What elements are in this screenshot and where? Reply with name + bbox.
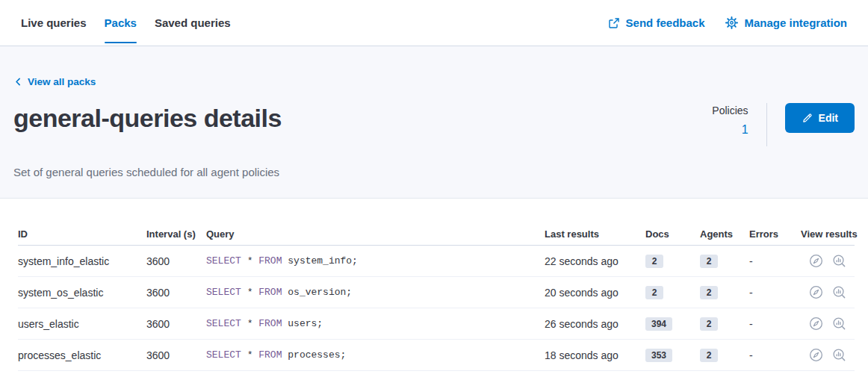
tab-saved-queries[interactable]: Saved queries	[155, 0, 231, 46]
sql-table-name: users;	[288, 318, 323, 329]
sql-table-name: processes;	[288, 349, 346, 361]
last-results-cell: 22 seconds ago	[545, 255, 645, 267]
view-in-lens-button[interactable]	[832, 317, 846, 331]
agents-count-badge: 2	[700, 255, 718, 268]
lens-magnifier-icon	[832, 285, 846, 299]
interval-cell: 3600	[146, 287, 206, 299]
last-results-cell: 18 seconds ago	[545, 349, 645, 361]
edit-button[interactable]: Edit	[785, 103, 855, 133]
policies-label: Policies	[712, 105, 748, 116]
view-in-discover-button[interactable]	[809, 317, 823, 331]
page-header: View all packs general-queries details P…	[0, 46, 868, 199]
sql-star: *	[247, 318, 253, 329]
view-in-lens-button[interactable]	[832, 348, 846, 362]
view-all-packs-label: View all packs	[28, 76, 96, 87]
manage-integration-link[interactable]: Manage integration	[725, 16, 847, 29]
docs-count-badge: 353	[645, 349, 672, 362]
column-header-id: ID	[18, 228, 146, 240]
view-in-discover-button[interactable]	[809, 348, 823, 362]
agents-cell: 2	[700, 317, 749, 331]
sql-keyword-from: FROM	[258, 287, 282, 298]
policies-value[interactable]: 1	[712, 123, 748, 137]
gear-icon	[725, 16, 738, 29]
column-header-view-results: View results	[801, 228, 858, 240]
compass-icon	[809, 348, 823, 362]
agents-count-badge: 2	[700, 286, 718, 299]
table-row: users_elastic 3600 SELECT * FROM users; …	[18, 308, 855, 340]
sql-keyword-select: SELECT	[206, 349, 241, 361]
top-nav-bar: Live queries Packs Saved queries Send fe…	[0, 0, 868, 46]
table-row: processes_elastic 3600 SELECT * FROM pro…	[18, 340, 855, 371]
header-row: general-queries details Policies 1 Edit	[13, 103, 855, 146]
page-title: general-queries details	[13, 103, 282, 134]
column-header-interval: Interval (s)	[146, 228, 206, 240]
vertical-divider	[766, 103, 767, 146]
policies-stat: Policies 1	[712, 105, 748, 137]
query-sql-cell: SELECT * FROM system_info;	[206, 255, 545, 267]
sql-keyword-select: SELECT	[206, 287, 241, 298]
view-results-cell	[801, 254, 855, 268]
external-link-icon	[608, 17, 620, 29]
sql-keyword-select: SELECT	[206, 255, 241, 267]
lens-magnifier-icon	[832, 317, 846, 331]
query-sql-cell: SELECT * FROM users;	[206, 318, 545, 329]
sql-keyword-from: FROM	[258, 318, 282, 329]
last-results-cell: 20 seconds ago	[545, 287, 645, 299]
lens-magnifier-icon	[832, 254, 846, 268]
pack-description: Set of general queries scheduled for all…	[13, 166, 855, 178]
view-in-lens-button[interactable]	[832, 254, 846, 268]
view-results-cell	[801, 317, 855, 331]
tab-list: Live queries Packs Saved queries	[21, 0, 231, 46]
docs-cell: 394	[645, 317, 700, 331]
agents-cell: 2	[700, 349, 749, 362]
interval-cell: 3600	[146, 349, 206, 361]
queries-table-section: ID Interval (s) Query Last results Docs …	[0, 199, 868, 371]
send-feedback-link[interactable]: Send feedback	[608, 16, 705, 29]
view-in-discover-button[interactable]	[809, 285, 823, 299]
docs-cell: 2	[645, 286, 700, 299]
sql-keyword-from: FROM	[258, 349, 282, 361]
query-sql-cell: SELECT * FROM processes;	[206, 349, 545, 361]
table-row: system_os_elastic 3600 SELECT * FROM os_…	[18, 277, 855, 308]
docs-cell: 353	[645, 349, 700, 362]
sql-table-name: os_version;	[288, 287, 352, 298]
errors-cell: -	[749, 318, 801, 330]
column-header-query: Query	[206, 228, 545, 240]
view-in-discover-button[interactable]	[809, 254, 823, 268]
query-id-cell: system_info_elastic	[18, 255, 146, 267]
sql-keyword-select: SELECT	[206, 318, 241, 329]
lens-magnifier-icon	[832, 348, 846, 362]
sql-star: *	[247, 287, 253, 298]
column-header-errors: Errors	[749, 228, 801, 240]
interval-cell: 3600	[146, 318, 206, 330]
docs-count-badge: 394	[645, 317, 672, 331]
header-right: Policies 1 Edit	[712, 103, 855, 146]
agents-cell: 2	[700, 286, 749, 299]
sql-star: *	[247, 255, 253, 267]
view-results-cell	[801, 348, 855, 362]
docs-count-badge: 2	[645, 255, 663, 268]
compass-icon	[809, 254, 823, 268]
edit-button-label: Edit	[819, 112, 838, 124]
manage-integration-label: Manage integration	[744, 16, 847, 29]
compass-icon	[809, 317, 823, 331]
column-header-docs: Docs	[645, 228, 700, 240]
tab-live-queries[interactable]: Live queries	[21, 0, 87, 46]
sql-table-name: system_info;	[288, 255, 358, 267]
table-body: system_info_elastic 3600 SELECT * FROM s…	[18, 246, 855, 371]
sql-keyword-from: FROM	[258, 255, 282, 267]
agents-count-badge: 2	[700, 317, 718, 331]
errors-cell: -	[749, 349, 801, 361]
view-in-lens-button[interactable]	[832, 285, 846, 299]
sql-star: *	[247, 349, 253, 361]
tab-packs[interactable]: Packs	[105, 0, 137, 46]
docs-cell: 2	[645, 255, 700, 268]
table-row: system_info_elastic 3600 SELECT * FROM s…	[18, 246, 855, 277]
column-header-agents: Agents	[700, 228, 749, 240]
view-results-cell	[801, 285, 855, 299]
view-all-packs-link[interactable]: View all packs	[13, 76, 96, 87]
errors-cell: -	[749, 287, 801, 299]
query-id-cell: system_os_elastic	[18, 287, 146, 299]
chevron-left-icon	[13, 77, 23, 87]
interval-cell: 3600	[146, 255, 206, 267]
